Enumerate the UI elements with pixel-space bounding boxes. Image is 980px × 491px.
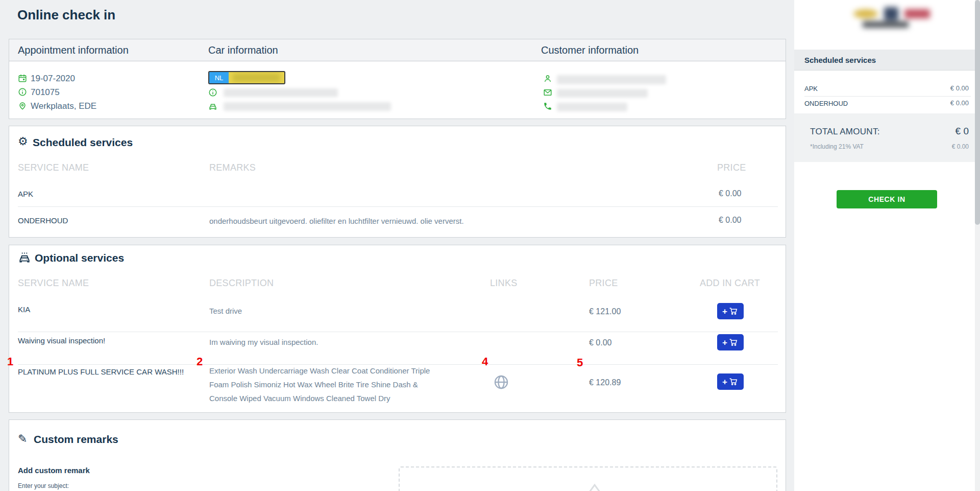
redacted-customer-name (557, 75, 666, 84)
annotation-4: 4 (482, 356, 488, 367)
appointment-location: Werkplaats, EDE (31, 101, 96, 111)
info-icon (208, 88, 217, 97)
annotation-5: 5 (577, 357, 583, 368)
service-name: Waiving visual inspection! (18, 336, 105, 345)
calendar-icon (18, 74, 27, 83)
summary-service-price: € 0.00 (950, 84, 969, 92)
service-remarks: onderhoudsbeurt uitgevoerd. oliefilter e… (209, 214, 464, 228)
vat-note-label: *Including 21% VAT (810, 143, 864, 150)
row-divider (18, 206, 778, 207)
service-name: KIA (18, 305, 30, 314)
scrollbar-thumb[interactable] (975, 0, 980, 225)
column-header-service-name: SERVICE NAME (18, 162, 89, 173)
phone-icon (543, 102, 552, 111)
remark-upload-dropzone[interactable] (399, 466, 777, 491)
cart-icon (728, 306, 739, 316)
license-plate: NL (208, 71, 285, 84)
vat-note-value: € 0.00 (952, 143, 969, 150)
optional-services-title: Optional services (35, 252, 124, 264)
annotation-2: 2 (197, 356, 203, 367)
gear-icon: ⚙ (18, 135, 28, 148)
summary-service-name: APK (804, 85, 818, 92)
row-divider (804, 96, 971, 97)
service-name: PLATINUM PLUS FULL SERVICE CAR WASH!!! (18, 367, 184, 376)
add-to-cart-button[interactable]: + (717, 303, 744, 319)
redacted-car-model (224, 88, 338, 97)
car-wash-icon (18, 251, 31, 267)
person-icon (543, 74, 552, 83)
redacted-customer-phone (557, 103, 627, 111)
car-info-title: Car information (208, 39, 278, 61)
service-price: € 0.00 (719, 216, 741, 225)
service-description: Im waiving my visual inspection. (209, 335, 318, 349)
appointment-number: 701075 (31, 87, 60, 98)
redacted-car-details (224, 102, 391, 111)
dealer-logo (847, 5, 935, 31)
globe-link-icon[interactable] (493, 374, 509, 392)
scheduled-services-panel: ⚙ Scheduled services SERVICE NAME REMARK… (9, 126, 786, 238)
cart-icon (728, 337, 739, 347)
row-divider (18, 332, 778, 332)
column-header-add-in-cart: ADD IN CART (700, 278, 760, 289)
service-price: € 0.00 (589, 338, 611, 347)
check-in-button[interactable]: CHECK IN (837, 190, 937, 208)
customer-info-title: Customer information (541, 39, 639, 61)
service-name: APK (18, 190, 33, 198)
scheduled-services-title: Scheduled services (33, 136, 133, 149)
total-amount-label: TOTAL AMOUNT: (810, 127, 880, 137)
pencil-icon: ✎ (18, 432, 27, 446)
service-price: € 120.89 (589, 378, 621, 387)
appointment-info-title: Appointment information (18, 39, 129, 61)
plus-icon: + (722, 338, 727, 347)
plus-icon: + (722, 307, 727, 316)
add-to-cart-button[interactable]: + (717, 373, 744, 390)
column-header-links: LINKS (490, 278, 518, 289)
info-panel-header: Appointment information Car information … (9, 39, 786, 61)
total-amount-box: TOTAL AMOUNT: € 0 *Including 21% VAT € 0… (794, 113, 976, 162)
column-header-price: PRICE (717, 162, 746, 173)
column-header-remarks: REMARKS (209, 162, 256, 173)
summary-service-price: € 0.00 (950, 99, 969, 107)
total-amount-value: € 0 (955, 126, 969, 137)
optional-services-panel: Optional services SERVICE NAME DESCRIPTI… (9, 245, 786, 413)
appointment-date: 19-07-2020 (31, 74, 75, 84)
page-title: Online check in (17, 7, 115, 23)
summary-service-name: ONDERHOUD (804, 100, 848, 107)
car-icon (208, 102, 217, 111)
enter-subject-label: Enter your subject: (18, 482, 69, 489)
chevron-up-icon (578, 482, 611, 491)
page-scrollbar[interactable] (975, 0, 980, 491)
sidebar-summary-title: Scheduled services (794, 50, 976, 71)
map-pin-icon (18, 101, 27, 110)
add-to-cart-button[interactable]: + (717, 334, 744, 350)
service-description: Exterior Wash Undercarriage Wash Clear C… (209, 364, 440, 405)
column-header-price: PRICE (589, 278, 618, 289)
redacted-customer-email (557, 89, 648, 98)
add-custom-remark-label: Add custom remark (18, 466, 90, 475)
custom-remarks-panel: ✎ Custom remarks Add custom remark Enter… (9, 419, 786, 491)
service-price: € 0.00 (719, 189, 741, 198)
redacted-plate-number (229, 72, 284, 83)
column-header-service-name: SERVICE NAME (18, 278, 89, 289)
info-icon (18, 87, 27, 97)
service-price: € 121.00 (589, 307, 621, 316)
annotation-1: 1 (7, 356, 13, 367)
service-description: Test drive (209, 304, 242, 318)
service-name: ONDERHOUD (18, 216, 68, 225)
info-panel: Appointment information Car information … (9, 39, 786, 119)
column-header-description: DESCRIPTION (209, 278, 274, 289)
license-plate-country: NL (209, 72, 229, 83)
plus-icon: + (722, 378, 727, 386)
summary-sidebar: Scheduled services APK € 0.00 ONDERHOUD … (794, 0, 976, 491)
cart-icon (728, 377, 739, 387)
mail-icon (543, 88, 552, 97)
custom-remarks-title: Custom remarks (34, 433, 118, 446)
